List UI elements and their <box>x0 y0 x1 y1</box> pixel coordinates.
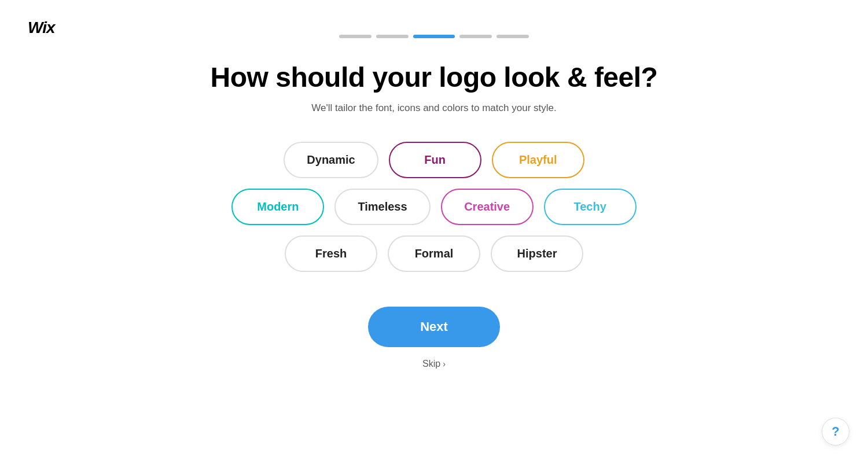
progress-step-2 <box>376 35 409 38</box>
progress-step-3 <box>413 35 455 38</box>
options-container: Dynamic Fun Playful Modern Timeless Crea… <box>231 142 636 272</box>
option-timeless[interactable]: Timeless <box>334 189 430 225</box>
options-row-3: Fresh Formal Hipster <box>285 235 583 272</box>
options-row-2: Modern Timeless Creative Techy <box>231 189 636 225</box>
option-fresh[interactable]: Fresh <box>285 235 377 272</box>
progress-step-1 <box>339 35 372 38</box>
actions-container: Next Skip › <box>368 307 500 369</box>
option-hipster[interactable]: Hipster <box>491 235 583 272</box>
next-button[interactable]: Next <box>368 307 500 347</box>
progress-step-5 <box>496 35 529 38</box>
option-modern[interactable]: Modern <box>231 189 324 225</box>
page-subtitle: We'll tailor the font, icons and colors … <box>311 102 556 114</box>
chevron-right-icon: › <box>443 359 446 369</box>
option-dynamic[interactable]: Dynamic <box>284 142 378 178</box>
option-creative[interactable]: Creative <box>441 189 534 225</box>
option-playful[interactable]: Playful <box>492 142 584 178</box>
skip-label: Skip <box>422 359 440 369</box>
skip-link[interactable]: Skip › <box>422 359 446 369</box>
help-button[interactable]: ? <box>822 418 849 445</box>
main-content: How should your logo look & feel? We'll … <box>0 38 868 369</box>
option-techy[interactable]: Techy <box>544 189 637 225</box>
option-fun[interactable]: Fun <box>389 142 481 178</box>
progress-bar <box>0 0 868 38</box>
options-row-1: Dynamic Fun Playful <box>284 142 584 178</box>
page-title: How should your logo look & feel? <box>211 61 658 93</box>
progress-step-4 <box>459 35 492 38</box>
wix-logo: Wix <box>28 19 55 37</box>
help-icon: ? <box>832 424 839 439</box>
option-formal[interactable]: Formal <box>388 235 480 272</box>
